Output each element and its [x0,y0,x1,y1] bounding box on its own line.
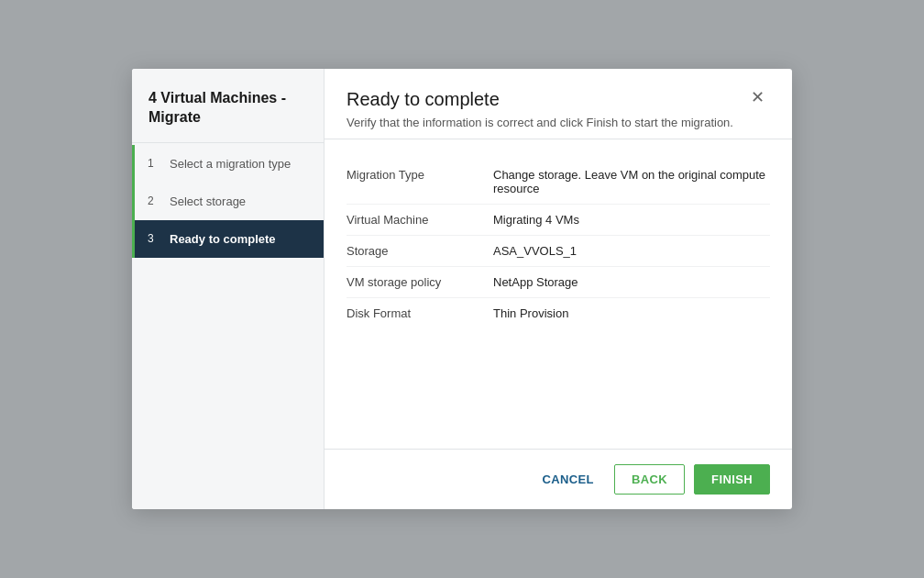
close-button[interactable]: ✕ [745,87,770,107]
finish-button[interactable]: FINISH [694,464,770,495]
sidebar: 4 Virtual Machines - Migrate 1 Select a … [132,69,324,509]
sidebar-step-3: 3 Ready to complete [132,220,324,258]
info-row-storage: Storage ASA_VVOLS_1 [346,236,770,267]
step-label-3: Ready to complete [170,232,276,246]
info-value-migration-type: Change storage. Leave VM on the original… [493,168,770,195]
info-value-vm-storage-policy: NetApp Storage [493,275,770,289]
page-subtitle: Verify that the information is correct a… [346,116,733,129]
step-number-3: 3 [148,232,162,245]
step-label-2: Select storage [170,195,246,208]
sidebar-step-2: 2 Select storage [132,183,324,220]
main-header-text: Ready to complete Verify that the inform… [346,89,733,129]
info-label-virtual-machine: Virtual Machine [346,213,493,227]
sidebar-step-1: 1 Select a migration type [132,145,324,183]
sidebar-steps: 1 Select a migration type 2 Select stora… [132,145,324,258]
info-label-vm-storage-policy: VM storage policy [346,275,493,289]
info-table: Migration Type Change storage. Leave VM … [324,139,792,449]
step-number-2: 2 [148,195,162,207]
dialog-footer: CANCEL BACK FINISH [324,449,792,509]
main-content: Ready to complete Verify that the inform… [324,69,792,509]
info-row-vm-storage-policy: VM storage policy NetApp Storage [346,267,770,298]
dialog-overlay: 4 Virtual Machines - Migrate 1 Select a … [0,0,924,578]
info-row-disk-format: Disk Format Thin Provision [346,298,770,328]
main-header: Ready to complete Verify that the inform… [324,69,792,139]
info-row-migration-type: Migration Type Change storage. Leave VM … [346,160,770,205]
info-value-disk-format: Thin Provision [493,306,770,320]
info-label-disk-format: Disk Format [346,306,493,320]
page-title: Ready to complete [346,89,733,110]
dialog: 4 Virtual Machines - Migrate 1 Select a … [132,69,792,509]
info-value-virtual-machine: Migrating 4 VMs [493,213,770,227]
step-label-1: Select a migration type [170,157,291,171]
back-button[interactable]: BACK [614,464,685,495]
sidebar-title: 4 Virtual Machines - Migrate [132,69,324,143]
info-label-migration-type: Migration Type [346,168,493,182]
step-number-1: 1 [148,157,162,170]
info-value-storage: ASA_VVOLS_1 [493,244,770,258]
info-row-virtual-machine: Virtual Machine Migrating 4 VMs [346,205,770,236]
cancel-button[interactable]: CANCEL [531,465,605,494]
info-label-storage: Storage [346,244,493,258]
